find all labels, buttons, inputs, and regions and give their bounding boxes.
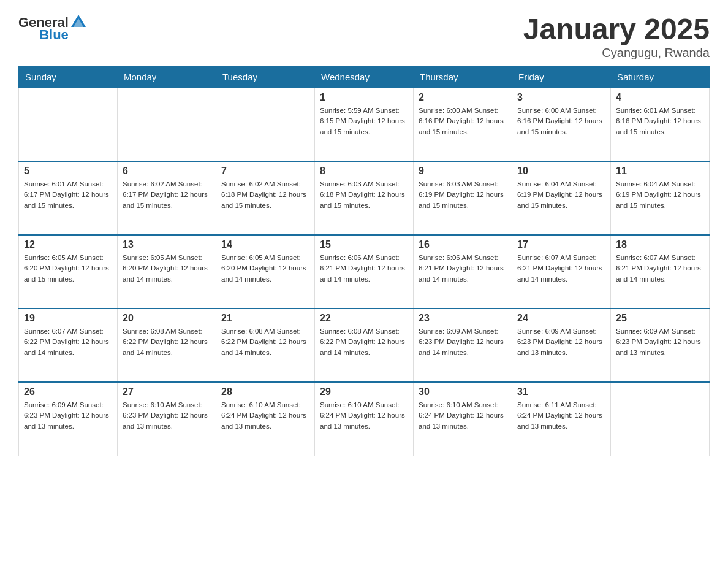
calendar-cell: 6Sunrise: 6:02 AM Sunset: 6:17 PM Daylig… [118,161,216,235]
header-day-thursday: Thursday [414,67,512,88]
day-number: 10 [517,166,605,177]
day-number: 26 [24,386,112,397]
day-info: Sunrise: 6:01 AM Sunset: 6:17 PM Dayligh… [24,179,112,211]
calendar-cell: 2Sunrise: 6:00 AM Sunset: 6:16 PM Daylig… [414,88,512,161]
week-row-1: 1Sunrise: 5:59 AM Sunset: 6:15 PM Daylig… [19,88,710,161]
calendar-cell: 26Sunrise: 6:09 AM Sunset: 6:23 PM Dayli… [19,382,118,456]
day-number: 15 [320,239,408,250]
logo-icon: General Blue [18,12,87,43]
day-number: 3 [517,92,605,103]
location: Cyangugu, Rwanda [523,46,710,60]
calendar-cell: 18Sunrise: 6:07 AM Sunset: 6:21 PM Dayli… [611,235,710,308]
page-header: General Blue January 2025 Cyangugu, Rwan… [18,12,710,60]
title-block: January 2025 Cyangugu, Rwanda [523,12,710,60]
calendar-cell [19,88,118,161]
day-info: Sunrise: 6:07 AM Sunset: 6:21 PM Dayligh… [616,253,704,285]
day-info: Sunrise: 6:07 AM Sunset: 6:22 PM Dayligh… [24,326,112,358]
day-info: Sunrise: 6:10 AM Sunset: 6:24 PM Dayligh… [221,400,309,432]
calendar-cell: 25Sunrise: 6:09 AM Sunset: 6:23 PM Dayli… [611,308,710,382]
calendar-cell: 22Sunrise: 6:08 AM Sunset: 6:22 PM Dayli… [315,308,414,382]
logo-triangle-icon [70,12,87,29]
day-number: 19 [24,313,112,324]
calendar-cell: 31Sunrise: 6:11 AM Sunset: 6:24 PM Dayli… [512,382,611,456]
month-title: January 2025 [523,12,710,46]
calendar-cell [118,88,216,161]
calendar-cell: 16Sunrise: 6:06 AM Sunset: 6:21 PM Dayli… [414,235,512,308]
day-number: 1 [320,92,408,103]
day-info: Sunrise: 6:05 AM Sunset: 6:20 PM Dayligh… [24,253,112,285]
calendar-cell: 5Sunrise: 6:01 AM Sunset: 6:17 PM Daylig… [19,161,118,235]
week-row-2: 5Sunrise: 6:01 AM Sunset: 6:17 PM Daylig… [19,161,710,235]
day-number: 28 [221,386,309,397]
day-info: Sunrise: 6:10 AM Sunset: 6:24 PM Dayligh… [419,400,507,432]
day-info: Sunrise: 6:09 AM Sunset: 6:23 PM Dayligh… [616,326,704,358]
day-number: 22 [320,313,408,324]
day-info: Sunrise: 6:08 AM Sunset: 6:22 PM Dayligh… [123,326,211,358]
calendar-cell: 14Sunrise: 6:05 AM Sunset: 6:20 PM Dayli… [216,235,315,308]
day-info: Sunrise: 6:06 AM Sunset: 6:21 PM Dayligh… [320,253,408,285]
calendar-cell: 24Sunrise: 6:09 AM Sunset: 6:23 PM Dayli… [512,308,611,382]
calendar-cell: 10Sunrise: 6:04 AM Sunset: 6:19 PM Dayli… [512,161,611,235]
calendar-cell: 29Sunrise: 6:10 AM Sunset: 6:24 PM Dayli… [315,382,414,456]
day-number: 4 [616,92,704,103]
header-day-saturday: Saturday [611,67,710,88]
day-number: 9 [419,166,507,177]
day-number: 14 [221,239,309,250]
header-day-friday: Friday [512,67,611,88]
calendar-cell: 20Sunrise: 6:08 AM Sunset: 6:22 PM Dayli… [118,308,216,382]
day-info: Sunrise: 6:10 AM Sunset: 6:23 PM Dayligh… [123,400,211,432]
day-number: 31 [517,386,605,397]
day-number: 16 [419,239,507,250]
header-day-sunday: Sunday [19,67,118,88]
week-row-3: 12Sunrise: 6:05 AM Sunset: 6:20 PM Dayli… [19,235,710,308]
day-info: Sunrise: 6:05 AM Sunset: 6:20 PM Dayligh… [123,253,211,285]
day-info: Sunrise: 6:04 AM Sunset: 6:19 PM Dayligh… [517,179,605,211]
logo-blue: Blue [39,27,69,43]
day-info: Sunrise: 6:03 AM Sunset: 6:19 PM Dayligh… [419,179,507,211]
day-number: 5 [24,166,112,177]
week-row-4: 19Sunrise: 6:07 AM Sunset: 6:22 PM Dayli… [19,308,710,382]
day-info: Sunrise: 6:00 AM Sunset: 6:16 PM Dayligh… [419,105,507,137]
calendar-cell: 28Sunrise: 6:10 AM Sunset: 6:24 PM Dayli… [216,382,315,456]
day-info: Sunrise: 6:10 AM Sunset: 6:24 PM Dayligh… [320,400,408,432]
calendar-cell: 11Sunrise: 6:04 AM Sunset: 6:19 PM Dayli… [611,161,710,235]
day-number: 23 [419,313,507,324]
logo: General Blue [18,12,87,43]
day-info: Sunrise: 6:11 AM Sunset: 6:24 PM Dayligh… [517,400,605,432]
day-number: 29 [320,386,408,397]
day-info: Sunrise: 6:09 AM Sunset: 6:23 PM Dayligh… [24,400,112,432]
day-info: Sunrise: 6:09 AM Sunset: 6:23 PM Dayligh… [517,326,605,358]
calendar-cell: 15Sunrise: 6:06 AM Sunset: 6:21 PM Dayli… [315,235,414,308]
day-number: 2 [419,92,507,103]
day-number: 21 [221,313,309,324]
day-number: 6 [123,166,211,177]
day-number: 12 [24,239,112,250]
day-number: 25 [616,313,704,324]
calendar-cell: 21Sunrise: 6:08 AM Sunset: 6:22 PM Dayli… [216,308,315,382]
calendar-cell [216,88,315,161]
day-info: Sunrise: 6:06 AM Sunset: 6:21 PM Dayligh… [419,253,507,285]
calendar-cell: 19Sunrise: 6:07 AM Sunset: 6:22 PM Dayli… [19,308,118,382]
day-info: Sunrise: 6:02 AM Sunset: 6:18 PM Dayligh… [221,179,309,211]
day-info: Sunrise: 6:00 AM Sunset: 6:16 PM Dayligh… [517,105,605,137]
day-info: Sunrise: 6:02 AM Sunset: 6:17 PM Dayligh… [123,179,211,211]
header-day-wednesday: Wednesday [315,67,414,88]
calendar-cell: 17Sunrise: 6:07 AM Sunset: 6:21 PM Dayli… [512,235,611,308]
day-info: Sunrise: 6:08 AM Sunset: 6:22 PM Dayligh… [320,326,408,358]
day-info: Sunrise: 6:09 AM Sunset: 6:23 PM Dayligh… [419,326,507,358]
day-number: 17 [517,239,605,250]
day-number: 13 [123,239,211,250]
calendar-cell [611,382,710,456]
day-number: 18 [616,239,704,250]
day-info: Sunrise: 6:07 AM Sunset: 6:21 PM Dayligh… [517,253,605,285]
calendar-table: SundayMondayTuesdayWednesdayThursdayFrid… [18,66,710,456]
day-info: Sunrise: 6:08 AM Sunset: 6:22 PM Dayligh… [221,326,309,358]
calendar-cell: 23Sunrise: 6:09 AM Sunset: 6:23 PM Dayli… [414,308,512,382]
calendar-cell: 13Sunrise: 6:05 AM Sunset: 6:20 PM Dayli… [118,235,216,308]
calendar-cell: 3Sunrise: 6:00 AM Sunset: 6:16 PM Daylig… [512,88,611,161]
calendar-cell: 7Sunrise: 6:02 AM Sunset: 6:18 PM Daylig… [216,161,315,235]
day-number: 30 [419,386,507,397]
day-number: 11 [616,166,704,177]
calendar-cell: 8Sunrise: 6:03 AM Sunset: 6:18 PM Daylig… [315,161,414,235]
header-day-monday: Monday [118,67,216,88]
